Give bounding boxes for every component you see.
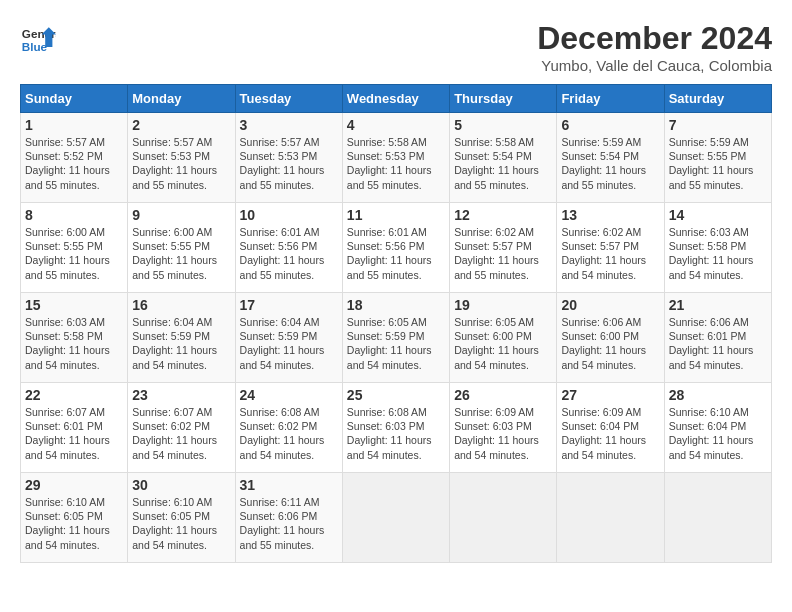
calendar-cell: 5Sunrise: 5:58 AMSunset: 5:54 PMDaylight… (450, 113, 557, 203)
day-number: 24 (240, 387, 338, 403)
calendar-cell: 15Sunrise: 6:03 AMSunset: 5:58 PMDayligh… (21, 293, 128, 383)
day-info: Sunrise: 6:08 AMSunset: 6:02 PMDaylight:… (240, 405, 338, 462)
day-info: Sunrise: 6:05 AMSunset: 5:59 PMDaylight:… (347, 315, 445, 372)
logo: General Blue (20, 20, 56, 56)
calendar-cell: 6Sunrise: 5:59 AMSunset: 5:54 PMDaylight… (557, 113, 664, 203)
day-info: Sunrise: 6:02 AMSunset: 5:57 PMDaylight:… (454, 225, 552, 282)
day-number: 11 (347, 207, 445, 223)
header-tuesday: Tuesday (235, 85, 342, 113)
calendar-cell (557, 473, 664, 563)
day-info: Sunrise: 6:07 AMSunset: 6:02 PMDaylight:… (132, 405, 230, 462)
day-info: Sunrise: 6:07 AMSunset: 6:01 PMDaylight:… (25, 405, 123, 462)
day-number: 8 (25, 207, 123, 223)
day-number: 10 (240, 207, 338, 223)
calendar-cell (342, 473, 449, 563)
day-info: Sunrise: 6:06 AMSunset: 6:01 PMDaylight:… (669, 315, 767, 372)
header-wednesday: Wednesday (342, 85, 449, 113)
day-info: Sunrise: 6:11 AMSunset: 6:06 PMDaylight:… (240, 495, 338, 552)
location-title: Yumbo, Valle del Cauca, Colombia (537, 57, 772, 74)
day-info: Sunrise: 5:59 AMSunset: 5:54 PMDaylight:… (561, 135, 659, 192)
day-number: 4 (347, 117, 445, 133)
calendar-cell: 25Sunrise: 6:08 AMSunset: 6:03 PMDayligh… (342, 383, 449, 473)
day-info: Sunrise: 6:01 AMSunset: 5:56 PMDaylight:… (347, 225, 445, 282)
month-title: December 2024 (537, 20, 772, 57)
day-info: Sunrise: 5:58 AMSunset: 5:54 PMDaylight:… (454, 135, 552, 192)
day-info: Sunrise: 6:04 AMSunset: 5:59 PMDaylight:… (240, 315, 338, 372)
day-number: 17 (240, 297, 338, 313)
day-info: Sunrise: 6:05 AMSunset: 6:00 PMDaylight:… (454, 315, 552, 372)
day-number: 18 (347, 297, 445, 313)
day-number: 2 (132, 117, 230, 133)
header-saturday: Saturday (664, 85, 771, 113)
day-info: Sunrise: 6:09 AMSunset: 6:04 PMDaylight:… (561, 405, 659, 462)
calendar-cell: 22Sunrise: 6:07 AMSunset: 6:01 PMDayligh… (21, 383, 128, 473)
calendar-cell: 2Sunrise: 5:57 AMSunset: 5:53 PMDaylight… (128, 113, 235, 203)
day-number: 9 (132, 207, 230, 223)
day-info: Sunrise: 6:01 AMSunset: 5:56 PMDaylight:… (240, 225, 338, 282)
header-thursday: Thursday (450, 85, 557, 113)
day-number: 6 (561, 117, 659, 133)
calendar-cell: 7Sunrise: 5:59 AMSunset: 5:55 PMDaylight… (664, 113, 771, 203)
calendar-cell: 19Sunrise: 6:05 AMSunset: 6:00 PMDayligh… (450, 293, 557, 383)
day-number: 5 (454, 117, 552, 133)
calendar-cell: 3Sunrise: 5:57 AMSunset: 5:53 PMDaylight… (235, 113, 342, 203)
day-number: 19 (454, 297, 552, 313)
day-number: 20 (561, 297, 659, 313)
day-info: Sunrise: 6:09 AMSunset: 6:03 PMDaylight:… (454, 405, 552, 462)
day-number: 13 (561, 207, 659, 223)
header-monday: Monday (128, 85, 235, 113)
day-number: 25 (347, 387, 445, 403)
calendar-cell: 23Sunrise: 6:07 AMSunset: 6:02 PMDayligh… (128, 383, 235, 473)
calendar-cell: 27Sunrise: 6:09 AMSunset: 6:04 PMDayligh… (557, 383, 664, 473)
day-info: Sunrise: 5:59 AMSunset: 5:55 PMDaylight:… (669, 135, 767, 192)
calendar-header-row: SundayMondayTuesdayWednesdayThursdayFrid… (21, 85, 772, 113)
header-friday: Friday (557, 85, 664, 113)
calendar-cell: 17Sunrise: 6:04 AMSunset: 5:59 PMDayligh… (235, 293, 342, 383)
day-info: Sunrise: 5:57 AMSunset: 5:53 PMDaylight:… (132, 135, 230, 192)
calendar-table: SundayMondayTuesdayWednesdayThursdayFrid… (20, 84, 772, 563)
page-header: General Blue December 2024 Yumbo, Valle … (20, 20, 772, 74)
day-info: Sunrise: 6:08 AMSunset: 6:03 PMDaylight:… (347, 405, 445, 462)
day-number: 1 (25, 117, 123, 133)
day-number: 22 (25, 387, 123, 403)
day-number: 31 (240, 477, 338, 493)
header-sunday: Sunday (21, 85, 128, 113)
day-number: 3 (240, 117, 338, 133)
day-number: 23 (132, 387, 230, 403)
day-info: Sunrise: 6:10 AMSunset: 6:05 PMDaylight:… (132, 495, 230, 552)
day-info: Sunrise: 6:03 AMSunset: 5:58 PMDaylight:… (669, 225, 767, 282)
calendar-cell: 20Sunrise: 6:06 AMSunset: 6:00 PMDayligh… (557, 293, 664, 383)
day-number: 14 (669, 207, 767, 223)
calendar-cell: 9Sunrise: 6:00 AMSunset: 5:55 PMDaylight… (128, 203, 235, 293)
calendar-cell: 14Sunrise: 6:03 AMSunset: 5:58 PMDayligh… (664, 203, 771, 293)
day-info: Sunrise: 5:58 AMSunset: 5:53 PMDaylight:… (347, 135, 445, 192)
calendar-cell: 31Sunrise: 6:11 AMSunset: 6:06 PMDayligh… (235, 473, 342, 563)
day-info: Sunrise: 6:00 AMSunset: 5:55 PMDaylight:… (132, 225, 230, 282)
svg-text:Blue: Blue (22, 40, 48, 53)
day-number: 30 (132, 477, 230, 493)
day-number: 15 (25, 297, 123, 313)
title-block: December 2024 Yumbo, Valle del Cauca, Co… (537, 20, 772, 74)
day-info: Sunrise: 5:57 AMSunset: 5:53 PMDaylight:… (240, 135, 338, 192)
calendar-cell: 18Sunrise: 6:05 AMSunset: 5:59 PMDayligh… (342, 293, 449, 383)
day-number: 27 (561, 387, 659, 403)
calendar-week-5: 29Sunrise: 6:10 AMSunset: 6:05 PMDayligh… (21, 473, 772, 563)
calendar-week-3: 15Sunrise: 6:03 AMSunset: 5:58 PMDayligh… (21, 293, 772, 383)
calendar-cell: 13Sunrise: 6:02 AMSunset: 5:57 PMDayligh… (557, 203, 664, 293)
day-info: Sunrise: 6:03 AMSunset: 5:58 PMDaylight:… (25, 315, 123, 372)
calendar-cell: 29Sunrise: 6:10 AMSunset: 6:05 PMDayligh… (21, 473, 128, 563)
day-info: Sunrise: 6:00 AMSunset: 5:55 PMDaylight:… (25, 225, 123, 282)
calendar-cell (450, 473, 557, 563)
day-number: 29 (25, 477, 123, 493)
calendar-cell: 4Sunrise: 5:58 AMSunset: 5:53 PMDaylight… (342, 113, 449, 203)
calendar-cell: 16Sunrise: 6:04 AMSunset: 5:59 PMDayligh… (128, 293, 235, 383)
calendar-cell: 10Sunrise: 6:01 AMSunset: 5:56 PMDayligh… (235, 203, 342, 293)
day-number: 7 (669, 117, 767, 133)
calendar-cell: 26Sunrise: 6:09 AMSunset: 6:03 PMDayligh… (450, 383, 557, 473)
day-info: Sunrise: 6:04 AMSunset: 5:59 PMDaylight:… (132, 315, 230, 372)
day-info: Sunrise: 6:10 AMSunset: 6:05 PMDaylight:… (25, 495, 123, 552)
calendar-cell: 30Sunrise: 6:10 AMSunset: 6:05 PMDayligh… (128, 473, 235, 563)
calendar-cell: 28Sunrise: 6:10 AMSunset: 6:04 PMDayligh… (664, 383, 771, 473)
day-info: Sunrise: 6:02 AMSunset: 5:57 PMDaylight:… (561, 225, 659, 282)
calendar-cell: 12Sunrise: 6:02 AMSunset: 5:57 PMDayligh… (450, 203, 557, 293)
